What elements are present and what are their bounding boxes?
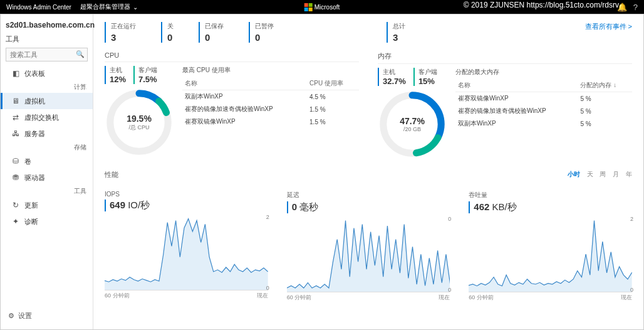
col-alloc[interactable]: 分配的内存 ↓ xyxy=(578,79,632,92)
col-name[interactable]: 名称 xyxy=(455,79,578,92)
y-min: 0 xyxy=(448,287,451,293)
gear-icon: ⚙ xyxy=(8,312,14,320)
sidebar-item-updates[interactable]: ↻更新 xyxy=(1,197,93,213)
x-right: 现在 xyxy=(257,292,268,300)
sidebar-item-diagnostics[interactable]: ✦诊断 xyxy=(1,213,93,230)
col-name[interactable]: 名称 xyxy=(182,77,307,90)
metric-value: 7.5% xyxy=(138,75,157,84)
stat-label: 关 xyxy=(167,22,174,31)
sidebar-item-label: 更新 xyxy=(24,201,38,210)
mem-host-metric: 主机32.7% xyxy=(378,68,406,86)
cpu-donut-chart: 19.5%/总 CPU xyxy=(105,88,174,157)
ms-logo-icon xyxy=(304,3,313,11)
ms-brand: Microsoft xyxy=(304,3,340,11)
col-usage[interactable]: CPU 使用率 xyxy=(307,77,359,90)
sparkline: 2 0 xyxy=(469,217,632,292)
metric-value: 32.7% xyxy=(383,77,406,86)
range-month[interactable]: 月 xyxy=(613,171,619,178)
cell-name: 双副本WinXP xyxy=(455,117,578,130)
stat-value: 0 xyxy=(255,32,274,43)
range-hour[interactable]: 小时 xyxy=(568,171,580,178)
chart-title: IOPS xyxy=(105,191,268,198)
cell-name: 崔赛的镜像加速奇偶校验WinXP xyxy=(455,105,578,117)
cell-value: 1.5 % xyxy=(307,115,359,128)
breadcrumb[interactable]: 超聚合群集管理器⌄ xyxy=(80,3,138,11)
cell-value: 5 % xyxy=(578,92,632,105)
table-row[interactable]: 双副本WinXP4.5 % xyxy=(182,90,359,104)
sparkline: 0 0 xyxy=(287,217,450,292)
settings-button[interactable]: ⚙设置 xyxy=(1,306,93,326)
table-row[interactable]: 崔赛双镜像WinXP5 % xyxy=(455,92,632,105)
range-day[interactable]: 天 xyxy=(587,171,593,178)
x-axis: 60 分钟前现在 xyxy=(287,292,450,302)
sidebar-item-vm[interactable]: 🖥虚拟机 xyxy=(1,93,93,109)
dashboard-icon: ◧ xyxy=(11,69,20,78)
range-year[interactable]: 年 xyxy=(626,171,632,178)
x-axis: 60 分钟前现在 xyxy=(105,290,268,300)
sidebar-item-volumes[interactable]: ⛁卷 xyxy=(1,153,93,169)
settings-label: 设置 xyxy=(18,311,32,321)
stat-label: 正在运行 xyxy=(111,22,136,31)
ms-label: Microsoft xyxy=(314,4,340,11)
metric-label: 客户端 xyxy=(138,66,157,75)
cpu-host-metric: 主机12% xyxy=(105,66,126,84)
stat-total: 总计3 xyxy=(387,22,405,43)
cpu-top-table: 最高 CPU 使用率 名称CPU 使用率 双副本WinXP4.5 % 崔赛的镜像… xyxy=(182,66,359,157)
cell-name: 双副本WinXP xyxy=(182,90,307,104)
cell-name: 崔赛双镜像WinXP xyxy=(182,115,307,128)
donut-unit: /20 GB xyxy=(403,126,421,132)
help-icon[interactable]: ? xyxy=(633,3,638,12)
donut-unit: /总 CPU xyxy=(128,124,149,132)
cell-name: 崔赛双镜像WinXP xyxy=(455,92,578,105)
time-range-selector: 小时 天 周 月 年 xyxy=(563,170,632,179)
table-row[interactable]: 崔赛的镜像加速奇偶校验WinXP1.5 % xyxy=(182,103,359,115)
sidebar-item-dashboard[interactable]: ◧仪表板 xyxy=(1,65,93,82)
search-box[interactable]: 🔍 xyxy=(6,48,88,61)
metric-label: 主机 xyxy=(383,68,406,77)
performance-title: 性能 xyxy=(105,170,632,179)
y-max: 2 xyxy=(266,214,269,220)
stat-running: 正在运行3 xyxy=(105,22,136,43)
sidebar-item-label: 诊断 xyxy=(24,217,38,226)
stat-label: 已保存 xyxy=(205,22,224,31)
metric-label: 主机 xyxy=(110,66,126,75)
stat-paused: 已暂停0 xyxy=(249,22,274,43)
sidebar-item-label: 服务器 xyxy=(24,129,45,139)
cell-value: 4.5 % xyxy=(307,90,359,104)
server-name[interactable]: s2d01.basehome.com.cn xyxy=(1,18,93,33)
view-events-link[interactable]: 查看所有事件 > xyxy=(585,22,632,31)
sidebar-item-label: 驱动器 xyxy=(24,173,45,183)
table-row[interactable]: 崔赛双镜像WinXP1.5 % xyxy=(182,115,359,128)
chart-current-value: 0 毫秒 xyxy=(287,201,450,213)
volume-icon: ⛁ xyxy=(11,157,20,166)
cell-name: 崔赛的镜像加速奇偶校验WinXP xyxy=(182,103,307,115)
sidebar: s2d01.basehome.com.cn 工具 🔍 ◧仪表板 计算 🖥虚拟机 … xyxy=(1,14,93,329)
table-row[interactable]: 双副本WinXP5 % xyxy=(455,117,632,130)
table-title: 最高 CPU 使用率 xyxy=(182,66,359,75)
cpu-guest-metric: 客户端7.5% xyxy=(133,66,157,84)
table-row[interactable]: 崔赛的镜像加速奇偶校验WinXP5 % xyxy=(455,105,632,117)
sidebar-item-vswitch[interactable]: ⇄虚拟交换机 xyxy=(1,109,93,125)
sidebar-item-drives[interactable]: ⛃驱动器 xyxy=(1,169,93,186)
drive-icon: ⛃ xyxy=(11,173,20,182)
chart-title: 吞吐量 xyxy=(469,191,632,200)
chevron-down-icon: ⌄ xyxy=(133,4,138,11)
diagnostic-icon: ✦ xyxy=(11,217,20,226)
memory-donut-chart: 47.7%/20 GB xyxy=(378,90,447,159)
stat-off: 关0 xyxy=(161,22,174,43)
stat-value: 3 xyxy=(393,32,405,43)
sidebar-item-servers[interactable]: 🖧服务器 xyxy=(1,125,93,142)
group-tools: 工具 xyxy=(1,186,93,197)
sidebar-item-label: 虚拟交换机 xyxy=(24,113,59,122)
metric-label: 客户端 xyxy=(418,68,437,77)
mem-guest-metric: 客户端15% xyxy=(413,68,437,86)
range-week[interactable]: 周 xyxy=(600,171,606,178)
x-left: 60 分钟前 xyxy=(105,292,130,300)
x-right: 现在 xyxy=(439,294,450,302)
search-icon[interactable]: 🔍 xyxy=(76,50,85,58)
sidebar-item-label: 卷 xyxy=(24,157,31,166)
y-max: 2 xyxy=(630,216,633,222)
metric-value: 12% xyxy=(110,75,126,84)
memory-top-table: 分配的最大内存 名称分配的内存 ↓ 崔赛双镜像WinXP5 % 崔赛的镜像加速奇… xyxy=(455,68,632,159)
main-content: 正在运行3 关0 已保存0 已暂停0 总计3 查看所有事件 > CPU 主机12… xyxy=(93,14,643,329)
